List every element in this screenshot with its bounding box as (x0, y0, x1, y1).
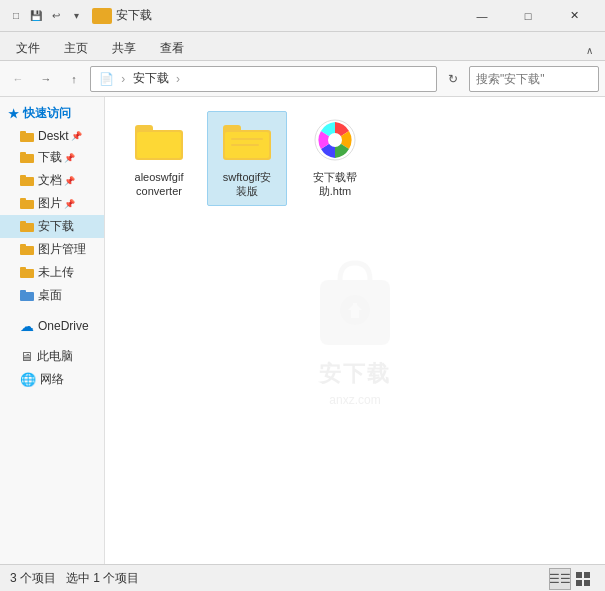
sidebar-item-imgmgr[interactable]: 图片管理 (0, 238, 104, 261)
svg-rect-13 (20, 267, 26, 270)
svg-rect-18 (353, 303, 357, 306)
svg-rect-4 (20, 177, 34, 186)
svg-rect-25 (231, 138, 263, 140)
svg-rect-21 (137, 132, 181, 158)
computer-icon: 🖥 (20, 349, 33, 364)
sidebar-item-anxz[interactable]: 安下载 (0, 215, 104, 238)
file-item-2[interactable]: 安下载帮助.htm (295, 111, 375, 206)
watermark-sub: anxz.com (329, 393, 380, 407)
tab-share[interactable]: 共享 (100, 36, 148, 60)
svg-rect-9 (20, 221, 26, 224)
watermark: 安下载 anxz.com (310, 255, 400, 407)
ribbon-tabs: 文件 主页 共享 查看 ∧ (0, 32, 605, 60)
tab-home[interactable]: 主页 (52, 36, 100, 60)
tab-view[interactable]: 查看 (148, 36, 196, 60)
sidebar-divider1 (0, 307, 104, 315)
title-bar: □ 💾 ↩ ▾ 安下载 — □ ✕ (0, 0, 605, 32)
dropdown-icon[interactable]: ▾ (68, 8, 84, 24)
quick-access-header[interactable]: ★ 快速访问 (0, 101, 104, 126)
folder-icon-imgmgr (20, 244, 34, 256)
svg-rect-8 (20, 223, 34, 232)
quick-access-icon: □ (8, 8, 24, 24)
forward-button[interactable]: → (34, 67, 58, 91)
sidebar-divider2 (0, 337, 104, 345)
refresh-button[interactable]: ↻ (441, 67, 465, 91)
svg-rect-30 (584, 572, 590, 578)
svg-rect-3 (20, 152, 26, 155)
sidebar-item-pictures[interactable]: 图片 📌 (0, 192, 104, 215)
ribbon-collapse-button[interactable]: ∧ (578, 41, 601, 60)
svg-rect-11 (20, 244, 26, 247)
pin-icon-docs: 📌 (64, 176, 75, 186)
back-button[interactable]: ← (6, 67, 30, 91)
folder-icon-desktop2 (20, 290, 34, 302)
svg-rect-12 (20, 269, 34, 278)
file-item-1[interactable]: swftogif安装版 (207, 111, 287, 206)
sidebar-item-desktop2[interactable]: 桌面 (0, 284, 104, 307)
sidebar-item-computer[interactable]: 🖥 此电脑 (0, 345, 104, 368)
save-icon: 💾 (28, 8, 44, 24)
sidebar: ★ 快速访问 Deskt 📌 下载 📌 文档 📌 (0, 97, 105, 564)
svg-rect-32 (584, 580, 590, 586)
view-grid-button[interactable] (573, 568, 595, 590)
folder-icon-docs (20, 175, 34, 187)
breadcrumb-home[interactable]: 📄 (99, 72, 114, 86)
svg-rect-29 (576, 572, 582, 578)
pin-icon-pictures: 📌 (64, 199, 75, 209)
file-label-1: swftogif安装版 (223, 170, 271, 199)
svg-rect-0 (20, 133, 34, 142)
onedrive-icon: ☁ (20, 318, 34, 334)
file-item-0[interactable]: aleoswfgifconverter (119, 111, 199, 206)
sidebar-item-desktop[interactable]: Deskt 📌 (0, 126, 104, 146)
svg-rect-16 (320, 280, 390, 345)
pin-icon-desktop: 📌 (71, 131, 82, 141)
address-path[interactable]: 📄 › 安下载 › (90, 66, 437, 92)
svg-rect-10 (20, 246, 34, 255)
search-box[interactable]: 🔍 (469, 66, 599, 92)
view-toggle: ☰☰ (549, 568, 595, 590)
breadcrumb-sep2: › (173, 72, 180, 86)
sidebar-item-download[interactable]: 下载 📌 (0, 146, 104, 169)
ribbon: 文件 主页 共享 查看 ∧ (0, 32, 605, 61)
watermark-text: 安下载 (319, 359, 391, 389)
svg-point-28 (328, 133, 342, 147)
sidebar-item-label-computer: 此电脑 (37, 348, 73, 365)
close-button[interactable]: ✕ (551, 0, 597, 32)
svg-rect-14 (20, 292, 34, 301)
pin-icon-download: 📌 (64, 153, 75, 163)
window-controls: — □ ✕ (459, 0, 597, 32)
breadcrumb-folder[interactable]: 安下载 (133, 70, 169, 87)
status-count: 3 个项目 (10, 570, 56, 587)
file-icon-folder1 (135, 118, 183, 166)
sidebar-item-unuploaded[interactable]: 未上传 (0, 261, 104, 284)
minimize-button[interactable]: — (459, 0, 505, 32)
undo-icon: ↩ (48, 8, 64, 24)
tab-file[interactable]: 文件 (4, 36, 52, 60)
svg-point-17 (340, 295, 370, 325)
sidebar-item-network[interactable]: 🌐 网络 (0, 368, 104, 391)
sidebar-item-label-download: 下载 (38, 149, 62, 166)
status-selected: 选中 1 个项目 (66, 570, 139, 587)
sidebar-item-onedrive[interactable]: ☁ OneDrive (0, 315, 104, 337)
up-button[interactable]: ↑ (62, 67, 86, 91)
window-title: 安下载 (116, 7, 459, 24)
svg-rect-5 (20, 175, 26, 178)
folder-icon-pictures (20, 198, 34, 210)
network-icon: 🌐 (20, 372, 36, 387)
address-bar: ← → ↑ 📄 › 安下载 › ↻ 🔍 (0, 61, 605, 97)
view-list-button[interactable]: ☰☰ (549, 568, 571, 590)
file-grid: aleoswfgifconverter swftogif安装版 (115, 107, 595, 210)
sidebar-item-label-docs: 文档 (38, 172, 62, 189)
sidebar-item-label-anxz: 安下载 (38, 218, 74, 235)
search-input[interactable] (476, 72, 605, 86)
sidebar-item-docs[interactable]: 文档 📌 (0, 169, 104, 192)
svg-rect-15 (20, 290, 26, 293)
svg-rect-6 (20, 200, 34, 209)
svg-rect-1 (20, 131, 26, 134)
folder-icon-download (20, 152, 34, 164)
maximize-button[interactable]: □ (505, 0, 551, 32)
svg-rect-7 (20, 198, 26, 201)
file-label-2: 安下载帮助.htm (313, 170, 357, 199)
main-layout: ★ 快速访问 Deskt 📌 下载 📌 文档 📌 (0, 97, 605, 564)
content-area: 安下载 anxz.com aleoswfgifconverter (105, 97, 605, 564)
